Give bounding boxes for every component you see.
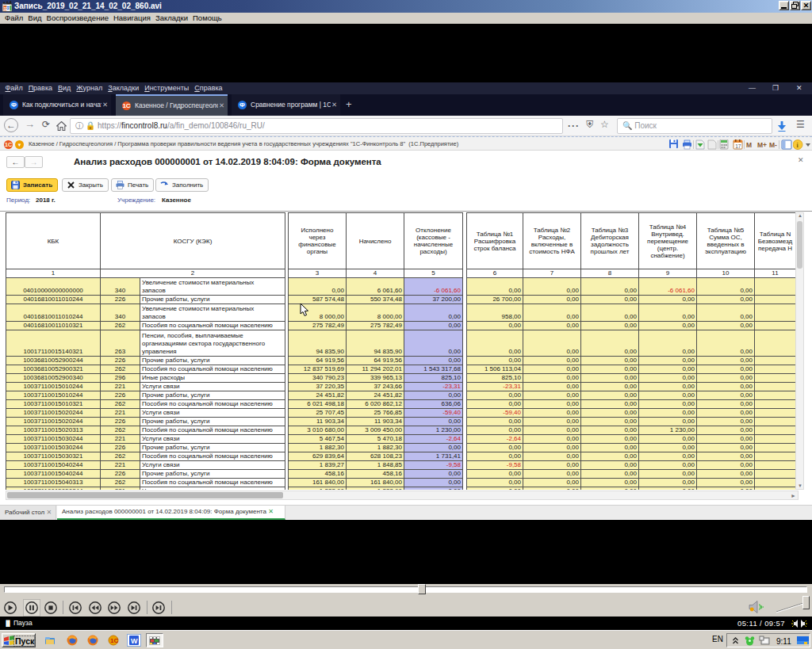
svg-text:M+: M+ xyxy=(757,141,767,149)
svg-text:M: M xyxy=(746,141,752,149)
svg-text:17: 17 xyxy=(735,143,741,149)
svg-text:1С: 1С xyxy=(110,637,118,644)
svg-text:W: W xyxy=(131,637,138,645)
svg-text:M-: M- xyxy=(769,141,777,149)
svg-text:321: 321 xyxy=(4,7,10,11)
